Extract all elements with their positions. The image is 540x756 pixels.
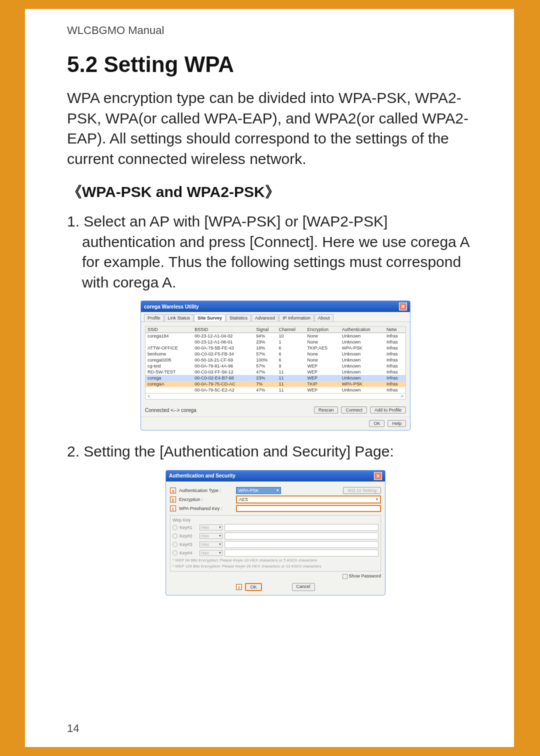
encryption-select[interactable]: AES▾ — [236, 496, 381, 504]
tab-site-survey[interactable]: Site Survey — [194, 314, 226, 322]
step-2: 2. Setting the [Authentication and Secur… — [82, 442, 484, 462]
tab-ip-information[interactable]: IP Information — [279, 314, 314, 322]
8021x-button[interactable]: 802.1x Setting — [343, 487, 381, 494]
wep-note-1: * WEP 64 Bits Encryption: Please Keyin 1… — [172, 558, 378, 563]
show-password-row: Show Password — [170, 574, 381, 579]
connection-status: Connected <--> corega — [145, 408, 196, 413]
wep-radio[interactable] — [172, 534, 178, 538]
wep-key-row: Key#3Hex▾ — [172, 541, 378, 548]
wep-key-label: Key#1 — [180, 525, 198, 530]
wep-radio[interactable] — [172, 525, 178, 530]
manual-page: WLCBGMO Manual 5.2 Setting WPA WPA encry… — [25, 9, 514, 747]
encryption-label: Encryption : — [179, 497, 234, 502]
dialog-body: a Authentication Type : WPA-PSK▾ 802.1x … — [166, 482, 385, 595]
tab-link-status[interactable]: Link Status — [164, 314, 194, 322]
running-header: WLCBGMO Manual — [67, 24, 484, 37]
table-row[interactable]: 00-0A-79-5C-E2-A247%11WEPUnknownInfras — [146, 387, 406, 393]
wep-key-input[interactable] — [224, 550, 378, 556]
wep-key-input[interactable] — [224, 524, 378, 531]
table-row[interactable]: RD-SW-TEST00-C0-02-FF-56-1247%11WEPUnkno… — [146, 369, 406, 375]
wep-hex-select[interactable]: Hex▾ — [200, 550, 222, 556]
rescan-button[interactable]: Rescan — [314, 406, 338, 414]
ok-button[interactable]: OK — [369, 420, 384, 427]
table-row[interactable]: coregaA00-0A-79-75-CD-AC7%11TKIPWPA-PSKI… — [146, 381, 406, 387]
close-icon[interactable]: × — [399, 302, 407, 310]
callout-a: a — [170, 488, 176, 494]
help-button[interactable]: Help — [388, 420, 406, 427]
connect-button[interactable]: Connect — [341, 406, 367, 414]
wep-key-group: Wep Key Key#1Hex▾Key#2Hex▾Key#3Hex▾Key#4… — [170, 515, 381, 572]
wep-key-row: Key#4Hex▾ — [172, 550, 378, 556]
table-row[interactable]: ATTW-OFFICE00-0A-79-5B-FE-4318%6TKIP;AES… — [146, 345, 406, 351]
table-row[interactable]: corega00-C0-02-E4-B7-6823%11WEPUnknownIn… — [146, 375, 406, 381]
wep-key-label: Key#4 — [180, 550, 198, 556]
wep-key-row: Key#1Hex▾ — [172, 524, 378, 531]
network-table: SSIDBSSIDSignalChannelEncryptionAuthenti… — [146, 326, 406, 393]
table-row[interactable]: corega020500-50-18-21-CF-69100%6NoneUnkn… — [146, 357, 406, 363]
wep-hex-select[interactable]: Hex▾ — [200, 542, 222, 548]
intro-paragraph: WPA encryption type can be divided into … — [67, 88, 484, 169]
window-title: corega Wareless Utility — [144, 304, 199, 310]
callout-b: b — [170, 496, 176, 502]
wep-key-input[interactable] — [224, 541, 378, 548]
subsection-heading: 《WPA-PSK and WPA2-PSK》 — [67, 182, 484, 202]
titlebar: Authentication and Security × — [166, 470, 385, 482]
psk-label: WPA Preshared Key : — [179, 506, 234, 511]
titlebar: corega Wareless Utility × — [141, 301, 410, 312]
wep-hex-select[interactable]: Hex▾ — [200, 524, 222, 530]
step-1: 1. Select an AP with [WPA-PSK] or [WAP2-… — [82, 212, 484, 292]
section-title: 5.2 Setting WPA — [67, 52, 484, 77]
auth-type-select[interactable]: WPA-PSK▾ — [236, 487, 281, 494]
show-password-label: Show Password — [348, 574, 381, 578]
table-row[interactable]: 00-23-12-A1-06-0123%1NoneUnknownInfras — [146, 339, 406, 345]
show-password-checkbox[interactable] — [342, 574, 348, 579]
page-number: 14 — [67, 722, 79, 735]
add-to-profile-button[interactable]: Add to Profile — [370, 406, 406, 414]
tab-advanced[interactable]: Advanced — [252, 314, 278, 322]
status-row: Connected <--> corega Rescan Connect Add… — [141, 404, 410, 416]
site-survey-dialog: corega Wareless Utility × ProfileLink St… — [140, 300, 410, 430]
tab-strip: ProfileLink StatusSite SurveyStatisticsA… — [141, 312, 410, 322]
close-icon[interactable]: × — [374, 472, 382, 480]
auth-type-label: Authentication Type : — [179, 488, 234, 493]
wep-hex-select[interactable]: Hex▾ — [200, 533, 222, 539]
wep-radio[interactable] — [172, 542, 178, 547]
dialog-buttons: OK Help — [141, 416, 410, 430]
cancel-button[interactable]: Cancel — [292, 583, 315, 591]
wep-key-label: Key#2 — [180, 534, 198, 538]
callout-c: c — [170, 506, 176, 512]
tab-profile[interactable]: Profile — [144, 314, 164, 322]
wep-title: Wep Key — [172, 518, 378, 522]
callout-c-ok: c — [236, 584, 242, 590]
window-title: Authentication and Security — [169, 473, 236, 478]
wep-key-label: Key#3 — [180, 542, 198, 547]
wep-key-input[interactable] — [224, 532, 378, 540]
scrollbar-hint: <> — [146, 393, 406, 399]
psk-input[interactable] — [236, 505, 381, 512]
dialog-buttons: c OK Cancel — [170, 583, 381, 591]
tab-statistics[interactable]: Statistics — [226, 314, 251, 322]
table-row[interactable]: cg-test00-0A-79-81-4A-9657%9WEPUnknownIn… — [146, 363, 406, 369]
wep-note-2: * WEP 128 Bits Encryption: Please Keyin … — [172, 564, 378, 569]
table-row[interactable]: benhome00-C0-02-F5-FB-3457%6NoneUnknownI… — [146, 351, 406, 357]
network-list: SSIDBSSIDSignalChannelEncryptionAuthenti… — [145, 326, 406, 400]
wep-key-row: Key#2Hex▾ — [172, 532, 378, 540]
table-row[interactable]: corega18400-23-12-A1-04-0294%10NoneUnkno… — [146, 333, 406, 340]
tab-about[interactable]: About — [314, 314, 334, 322]
wep-radio[interactable] — [172, 550, 178, 556]
auth-security-dialog: Authentication and Security × a Authenti… — [166, 470, 386, 596]
ok-button[interactable]: OK — [245, 583, 262, 591]
